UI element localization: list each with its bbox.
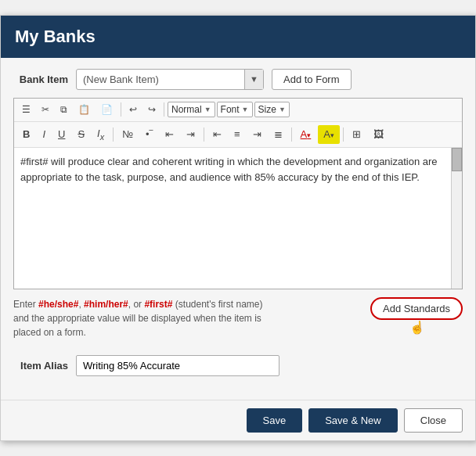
my-banks-dialog: My Banks Bank Item (New Bank Item) ▼ Add… [0,15,476,442]
underline-btn[interactable]: U [52,125,70,144]
add-standards-button[interactable]: Add Standards [370,297,463,320]
paste-text-btn[interactable]: 📋 [74,101,95,119]
dialog-header: My Banks [1,16,475,58]
item-alias-label: Item Alias [13,360,68,372]
paragraph-format-btn[interactable]: ☰ [17,101,35,119]
font-dropdown-arrow: ▼ [242,106,249,113]
font-dropdown[interactable]: Font ▼ [217,102,253,117]
bold-btn[interactable]: B [17,125,35,144]
item-alias-row: Item Alias [13,355,463,376]
redo-btn[interactable]: ↪ [143,101,160,119]
copy-btn[interactable]: ⧉ [56,101,72,119]
editor-text-content: #first# will produce clear and coherent … [20,156,438,183]
normal-dropdown-arrow: ▼ [204,106,211,113]
size-dropdown-arrow: ▼ [279,106,286,113]
cut-btn[interactable]: ✂ [37,101,54,119]
bank-item-select[interactable]: (New Bank Item) [77,70,244,89]
toolbar-row2: B I U S Ix № •‾ ⇤ ⇥ ⇤ ≡ ⇥ ≣ A▾ A▾ ⊞ [14,122,462,149]
outdent-btn[interactable]: ⇤ [160,125,179,144]
close-button[interactable]: Close [404,408,463,433]
align-justify-btn[interactable]: ≣ [269,125,288,144]
align-center-btn[interactable]: ≡ [229,125,246,144]
hint-he-she: #he/she# [38,299,78,310]
editor-wrapper: #first# will produce clear and coherent … [14,148,462,289]
toolbar-row1: ☰ ✂ ⧉ 📋 📄 ↩ ↪ Normal ▼ Font ▼ Size [14,99,462,122]
align-right-btn[interactable]: ⇥ [247,125,267,144]
save-new-button[interactable]: Save & New [308,408,398,433]
bank-item-dropdown-arrow[interactable]: ▼ [244,70,263,89]
paste-word-btn[interactable]: 📄 [96,101,117,119]
ordered-list-btn[interactable]: № [117,125,139,144]
editor-content[interactable]: #first# will produce clear and coherent … [14,148,462,289]
font-color-btn[interactable]: A▾ [295,125,317,144]
hint-area: Enter #he/she#, #him/her#, or #first# (s… [13,297,279,347]
bg-color-btn[interactable]: A▾ [318,125,340,144]
item-alias-input[interactable] [76,355,279,376]
clear-format-btn[interactable]: Ix [92,124,110,145]
hint-paragraph: Enter #he/she#, #him/her#, or #first# (s… [13,297,279,339]
size-dropdown[interactable]: Size ▼ [254,102,290,117]
editor-scrollbar[interactable] [451,148,462,289]
undo-btn[interactable]: ↩ [124,101,142,119]
toolbar-separator4 [204,127,204,142]
hint-him-her: #him/her# [84,299,128,310]
hint-first: #first# [144,299,172,310]
dialog-body: Bank Item (New Bank Item) ▼ Add to Form … [1,58,475,400]
hint-standards-row: Enter #he/she#, #him/her#, or #first# (s… [13,297,463,347]
unordered-list-btn[interactable]: •‾ [140,125,158,144]
toolbar-separator2 [164,102,164,117]
image-btn[interactable]: 🖼 [368,125,389,144]
toolbar-separator6 [343,127,344,142]
scrollbar-thumb[interactable] [452,148,462,171]
align-left-btn[interactable]: ⇤ [207,125,227,144]
bank-item-row: Bank Item (New Bank Item) ▼ Add to Form [13,69,463,90]
italic-btn[interactable]: I [37,125,51,144]
editor-container: ☰ ✂ ⧉ 📋 📄 ↩ ↪ Normal ▼ Font ▼ Size [13,98,463,290]
bank-item-select-wrapper[interactable]: (New Bank Item) ▼ [76,69,264,90]
toolbar-separator1 [121,102,121,117]
bank-item-label: Bank Item [13,74,68,85]
strikethrough-btn[interactable]: S [72,125,90,144]
add-standards-area: Add Standards ☝ [370,297,463,335]
toolbar-separator5 [291,127,292,142]
cursor-icon: ☝ [409,320,425,335]
editor-text: #first# will produce clear and coherent … [20,154,456,185]
indent-btn[interactable]: ⇥ [181,125,200,144]
add-to-form-button[interactable]: Add to Form [272,69,352,90]
normal-style-dropdown[interactable]: Normal ▼ [168,102,215,117]
toolbar-separator3 [113,127,114,142]
table-btn[interactable]: ⊞ [347,125,366,144]
dialog-footer: Save Save & New Close [1,400,475,440]
save-button[interactable]: Save [247,408,303,433]
dialog-title: My Banks [15,27,96,46]
